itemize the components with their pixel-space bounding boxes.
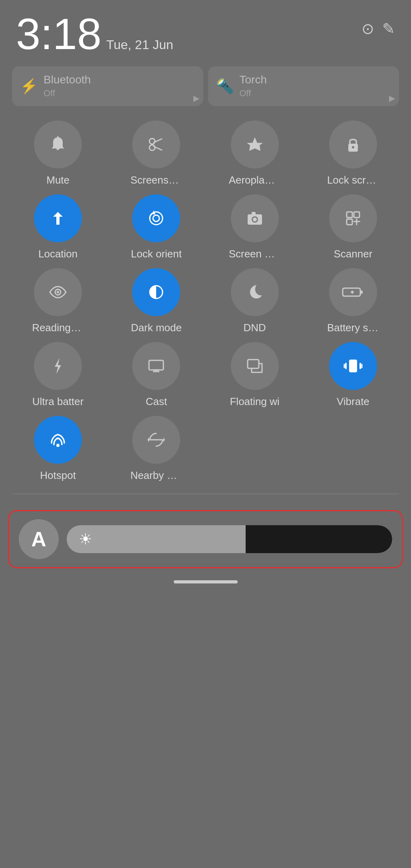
edit-icon[interactable]: ✎: [382, 20, 395, 38]
bluetooth-icon: ⚡: [20, 78, 38, 95]
clock: 3:18: [16, 12, 101, 56]
tile-readingmode[interactable]: Reading mo: [12, 268, 104, 334]
svg-point-2: [149, 145, 155, 150]
floatingwi-icon: [231, 342, 279, 390]
screenrec-icon: [231, 194, 279, 242]
tile-batterysave[interactable]: Battery save: [307, 268, 399, 334]
brightness-fill: [246, 525, 392, 553]
tile-location[interactable]: Location: [12, 194, 104, 260]
avatar-label: A: [31, 527, 46, 551]
tile-bluetooth[interactable]: ⚡ BluetoothOff ▶: [12, 66, 203, 106]
date: Tue, 21 Jun: [106, 38, 173, 52]
lockorient-label: Lock orient: [131, 248, 182, 260]
svg-point-18: [57, 291, 59, 293]
darkmode-label: Dark mode: [131, 322, 182, 334]
tiles-grid: MuteScreenshotAeroplane mLock screenLoca…: [0, 117, 411, 486]
svg-point-1: [149, 138, 155, 144]
readingmode-label: Reading mo: [32, 322, 84, 334]
screenshot-icon: [132, 121, 180, 168]
svg-marker-37: [163, 437, 165, 442]
location-label: Location: [38, 248, 77, 260]
tile-screenshot[interactable]: Screenshot: [110, 121, 202, 186]
aeroplane-icon: [231, 121, 279, 168]
svg-point-12: [253, 217, 257, 221]
vibrate-icon: [329, 342, 377, 390]
divider: [12, 494, 399, 494]
svg-rect-14: [347, 212, 352, 217]
status-icons: ⊙ ✎: [361, 20, 395, 38]
readingmode-icon: [34, 268, 82, 316]
tile-lockscreen[interactable]: Lock screen: [307, 121, 399, 186]
aeroplane-label: Aeroplane m: [229, 174, 281, 186]
torch-arrow-icon: ▶: [389, 93, 395, 103]
lockscreen-icon: [329, 121, 377, 168]
brightness-slider[interactable]: ☀: [67, 525, 392, 553]
tile-hotspot[interactable]: Hotspot: [12, 416, 104, 482]
tile-mute[interactable]: Mute: [12, 121, 104, 186]
tile-darkmode[interactable]: Dark mode: [110, 268, 202, 334]
ultrabatter-label: Ultra batter: [32, 395, 84, 408]
lockscreen-label: Lock screen: [327, 174, 379, 186]
svg-marker-24: [55, 358, 61, 374]
darkmode-icon: [132, 268, 180, 316]
tile-lockorient[interactable]: Lock orient: [110, 194, 202, 260]
svg-rect-25: [149, 360, 163, 370]
tile-aeroplane[interactable]: Aeroplane m: [209, 121, 301, 186]
bluetooth-label: BluetoothOff: [44, 73, 91, 99]
nearbysha-icon: [132, 416, 180, 464]
settings-icon[interactable]: ⊙: [361, 20, 374, 38]
bottom-bar: A ☀: [8, 510, 403, 568]
cast-icon: [132, 342, 180, 390]
floatingwi-label: Floating wi: [230, 395, 279, 408]
tile-nearbysha[interactable]: Nearby Sha: [110, 416, 202, 482]
torch-icon: 🔦: [216, 78, 234, 95]
tile-scanner[interactable]: Scanner: [307, 194, 399, 260]
home-indicator[interactable]: [174, 580, 238, 583]
avatar-button[interactable]: A: [19, 519, 59, 559]
tile-cast[interactable]: Cast: [110, 342, 202, 408]
cast-label: Cast: [146, 395, 167, 408]
svg-marker-36: [147, 437, 149, 442]
mute-icon: [34, 121, 82, 168]
status-bar: 3:18 Tue, 21 Jun ⊙ ✎: [0, 0, 411, 60]
top-tiles: ⚡ BluetoothOff ▶ 🔦 TorchOff ▶: [0, 60, 411, 113]
svg-rect-16: [347, 219, 352, 225]
ultrabatter-icon: [34, 342, 82, 390]
vibrate-label: Vibrate: [337, 395, 369, 408]
tile-torch[interactable]: 🔦 TorchOff ▶: [208, 66, 399, 106]
torch-label: TorchOff: [240, 73, 267, 99]
dnd-label: DND: [243, 322, 266, 334]
svg-rect-15: [354, 212, 359, 217]
svg-point-35: [56, 444, 60, 447]
brightness-icon: ☀: [79, 530, 92, 548]
mute-label: Mute: [46, 174, 69, 186]
location-icon: [34, 194, 82, 242]
scanner-icon: [329, 194, 377, 242]
svg-point-8: [153, 215, 159, 221]
tile-ultrabatter[interactable]: Ultra batter: [12, 342, 104, 408]
batterysave-label: Battery save: [327, 322, 379, 334]
hotspot-label: Hotspot: [40, 469, 76, 482]
hotspot-icon: [34, 416, 82, 464]
batterysave-icon: [329, 268, 377, 316]
svg-rect-29: [248, 360, 259, 368]
time-block: 3:18 Tue, 21 Jun: [16, 12, 173, 56]
scanner-label: Scanner: [334, 248, 372, 260]
nearbysha-label: Nearby Sha: [130, 469, 182, 482]
tile-vibrate[interactable]: Vibrate: [307, 342, 399, 408]
svg-rect-13: [252, 212, 256, 215]
tile-floatingwi[interactable]: Floating wi: [209, 342, 301, 408]
svg-rect-21: [360, 291, 363, 294]
bluetooth-arrow-icon: ▶: [193, 93, 199, 103]
dnd-icon: [231, 268, 279, 316]
tile-screenrec[interactable]: Screen Rec: [209, 194, 301, 260]
screenshot-label: Screenshot: [130, 174, 182, 186]
svg-rect-30: [349, 360, 357, 372]
lockorient-icon: [132, 194, 180, 242]
tile-dnd[interactable]: DND: [209, 268, 301, 334]
screenrec-label: Screen Rec: [229, 248, 281, 260]
svg-point-6: [352, 146, 354, 148]
